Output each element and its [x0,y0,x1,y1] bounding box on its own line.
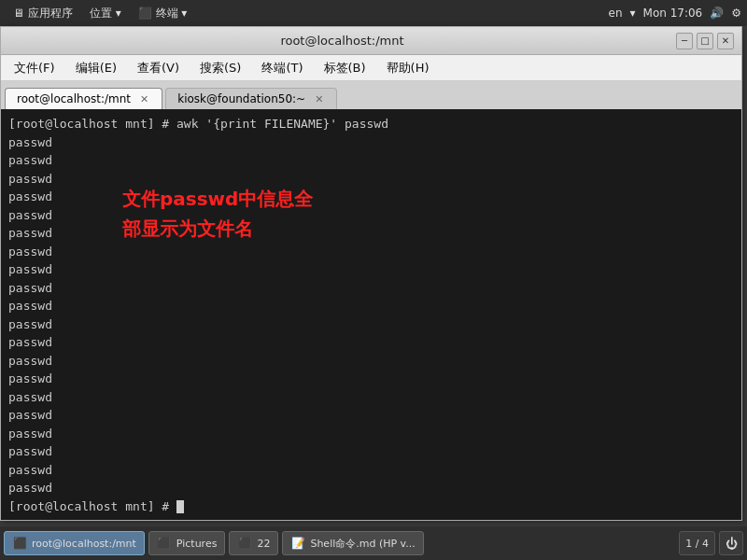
taskbar: ⬛ root@localhost:/mnt ⬛ Pictures ⬛ 22 📝 … [0,526,747,560]
menu-bar: 文件(F) 编辑(E) 查看(V) 搜索(S) 终端(T) 标签(B) 帮助(H… [1,55,741,81]
menu-view[interactable]: 查看(V) [128,57,189,79]
passwd-15: passwd [8,388,734,407]
prompt-text: [root@localhost mnt] # [8,499,176,513]
window-controls-right: ─ □ ✕ [676,33,734,49]
terminal-menu[interactable]: ⬛ 终端 ▾ [131,4,195,23]
passwd-6: passwd [8,224,734,243]
passwd-18: passwd [8,442,734,461]
menu-tabs[interactable]: 标签(B) [315,57,375,79]
passwd-19: passwd [8,461,734,480]
passwd-12: passwd [8,333,734,352]
passwd-16: passwd [8,406,734,425]
passwd-2: passwd [8,151,734,170]
passwd-7: passwd [8,243,734,261]
taskbar-terminal-icon: ⬛ [12,536,27,551]
pager-label: 1 / 4 [685,538,709,550]
taskbar-shell-icon: 📝 [290,536,305,551]
menu-search[interactable]: 搜索(S) [190,57,250,79]
places-label: 位置 [90,7,112,20]
power-icon[interactable]: ⚙ [731,7,741,20]
annotation-line1: 文件passwd中信息全 [122,184,313,214]
taskbar-power-button[interactable]: ⏻ [719,531,743,555]
taskbar-pictures[interactable]: ⬛ Pictures [148,531,226,555]
maximize-button[interactable]: □ [697,33,713,49]
taskbar-terminal-label: root@localhost:/mnt [32,538,136,550]
terminal-icon: ⬛ [138,7,152,20]
passwd-17: passwd [8,425,734,443]
terminal-content[interactable]: [root@localhost mnt] # awk '{print FILEN… [1,109,741,520]
passwd-5: passwd [8,206,734,225]
clock: Mon 17:06 [643,7,703,20]
tab-root-label: root@localhost:/mnt [17,92,131,105]
window-title: root@localhost:/mnt [8,34,676,48]
topbar-right: en ▾ Mon 17:06 🔊 ⚙ [609,7,742,20]
power-icon: ⏻ [726,537,738,551]
taskbar-pictures-icon: ⬛ [157,536,172,551]
passwd-20: passwd [8,479,734,497]
title-bar: root@localhost:/mnt ─ □ ✕ [1,27,741,55]
terminal-arrow-icon: ▾ [181,7,187,20]
workspace-pager[interactable]: 1 / 4 [679,531,715,555]
passwd-14: passwd [8,370,734,388]
tab-kiosk[interactable]: kiosk@foundation50:~ ✕ [165,88,337,109]
passwd-13: passwd [8,352,734,371]
menu-file[interactable]: 文件(F) [5,57,64,79]
passwd-3: passwd [8,170,734,189]
menu-terminal[interactable]: 终端(T) [252,57,312,79]
passwd-9: passwd [8,279,734,298]
tab-kiosk-label: kiosk@foundation50:~ [177,92,305,105]
taskbar-pictures-label: Pictures [176,538,218,550]
places-menu[interactable]: 位置 ▾ [82,4,129,23]
passwd-8: passwd [8,260,734,279]
final-prompt: [root@localhost mnt] # [8,497,734,516]
close-button[interactable]: ✕ [717,33,734,49]
cursor [176,500,184,513]
taskbar-shell[interactable]: 📝 Shell命令.md (HP v... [282,531,423,555]
taskbar-terminal[interactable]: ⬛ root@localhost:/mnt [4,531,145,555]
tab-root-close[interactable]: ✕ [138,93,150,105]
system-topbar: 🖥 应用程序 位置 ▾ ⬛ 终端 ▾ en ▾ Mon 17:06 🔊 ⚙ [0,0,747,26]
terminal-label: 终端 [156,7,178,20]
taskbar-22-icon: ⬛ [237,536,252,551]
volume-icon[interactable]: 🔊 [710,7,724,20]
tab-root[interactable]: root@localhost:/mnt ✕ [5,88,162,109]
passwd-1: passwd [8,133,734,152]
taskbar-22[interactable]: ⬛ 22 [229,531,278,555]
taskbar-22-label: 22 [257,538,270,550]
places-arrow-icon: ▾ [116,7,121,20]
menu-edit[interactable]: 编辑(E) [66,57,126,79]
menu-help[interactable]: 帮助(H) [377,57,439,79]
lang-arrow-icon: ▾ [630,7,636,20]
passwd-10: passwd [8,297,734,315]
topbar-left: 🖥 应用程序 位置 ▾ ⬛ 终端 ▾ [6,4,194,23]
command-line: [root@localhost mnt] # awk '{print FILEN… [8,115,734,133]
tab-bar: root@localhost:/mnt ✕ kiosk@foundation50… [1,81,741,109]
minimize-button[interactable]: ─ [676,33,693,49]
terminal-window: root@localhost:/mnt ─ □ ✕ 文件(F) 编辑(E) 查看… [0,26,742,521]
annotation-line2: 部显示为文件名 [122,214,313,244]
tab-kiosk-close[interactable]: ✕ [313,93,325,105]
annotation: 文件passwd中信息全 部显示为文件名 [122,184,313,244]
apps-icon: 🖥 [13,7,24,20]
passwd-4: passwd [8,188,734,206]
apps-menu[interactable]: 🖥 应用程序 [6,4,80,23]
language-indicator[interactable]: en [609,7,623,20]
apps-label: 应用程序 [28,7,73,20]
taskbar-shell-label: Shell命令.md (HP v... [310,537,415,551]
passwd-11: passwd [8,315,734,334]
